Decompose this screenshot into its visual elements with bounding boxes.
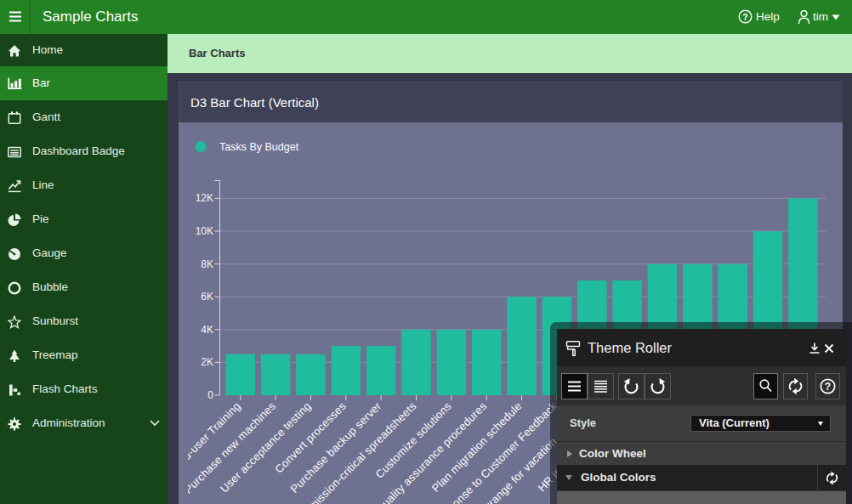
svg-text:8K: 8K [201, 258, 213, 270]
svg-text:6K: 6K [201, 291, 213, 303]
svg-text:10K: 10K [196, 225, 213, 237]
svg-text:12K: 12K [196, 192, 213, 204]
svg-text:2K: 2K [201, 356, 213, 368]
svg-text:Tasks By Budget: Tasks By Budget [219, 141, 299, 153]
svg-text:?: ? [742, 12, 747, 22]
svg-text:?: ? [825, 381, 831, 393]
svg-text:0: 0 [207, 389, 213, 401]
svg-text:4K: 4K [201, 324, 213, 336]
